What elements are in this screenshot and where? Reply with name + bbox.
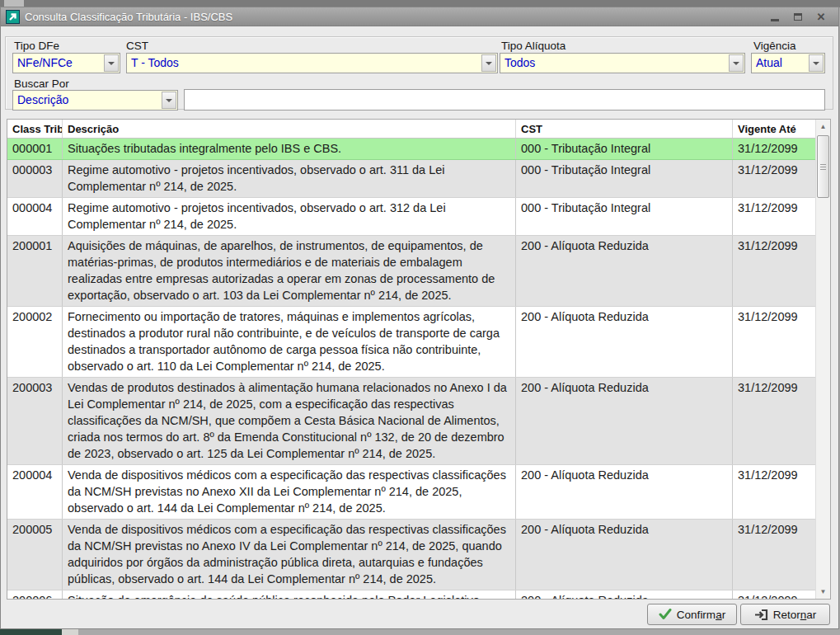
chevron-down-icon <box>733 62 739 65</box>
tipo-aliquota-value: Todos <box>500 54 728 73</box>
vigente-ate-cell: 31/12/2099 <box>733 236 815 306</box>
vigencia-value: Atual <box>752 54 808 73</box>
class-trib-cell: 000004 <box>7 198 63 235</box>
minimize-icon <box>771 19 779 21</box>
close-button[interactable]: ✕ <box>812 7 830 26</box>
tipo-dfe-label: Tipo DFe <box>14 40 59 52</box>
tipo-dfe-dropdown-button[interactable] <box>104 54 119 72</box>
background-top-strip <box>0 0 840 7</box>
cst-cell: 200 - Alíquota Reduzida <box>516 590 733 599</box>
maximize-button[interactable] <box>789 7 807 26</box>
vigencia-label: Vigência <box>753 40 796 52</box>
vigente-ate-cell: 31/12/2099 <box>733 139 815 159</box>
scroll-down-button[interactable]: ▼ <box>816 585 830 599</box>
table-header[interactable]: Class TribDescriçãoCSTVigente Até <box>7 120 815 139</box>
cst-cell: 200 - Alíquota Reduzida <box>516 307 733 377</box>
scrollbar-grip-icon <box>820 164 826 165</box>
results-table[interactable]: Class TribDescriçãoCSTVigente Até 000001… <box>7 119 831 600</box>
retornar-label: Retornar <box>773 609 817 621</box>
search-input[interactable] <box>184 89 825 111</box>
vigente-ate-cell: 31/12/2099 <box>733 198 815 235</box>
cst-cell: 200 - Alíquota Reduzida <box>516 236 733 306</box>
table-row[interactable]: 200004Venda de dispositivos médicos com … <box>7 465 815 520</box>
cst-cell: 000 - Tributação Integral <box>516 160 733 197</box>
tipo-aliquota-dropdown-button[interactable] <box>729 54 744 72</box>
scroll-up-button[interactable]: ▲ <box>816 120 830 134</box>
table-row[interactable]: 200002Fornecimento ou importação de trat… <box>7 307 815 378</box>
column-header-2[interactable]: CST <box>516 120 733 138</box>
class-trib-cell: 200003 <box>7 378 63 464</box>
dialog-window: Consulta Classificação Tributária - IBS/… <box>1 7 838 628</box>
cst-label: CST <box>126 40 148 52</box>
window-title: Consulta Classificação Tributária - IBS/… <box>25 11 232 23</box>
column-header-3[interactable]: Vigente Até <box>733 120 815 138</box>
cst-cell: 200 - Alíquota Reduzida <box>516 465 733 519</box>
buscar-por-value: Descrição <box>13 91 161 110</box>
tipo-dfe-value: NFe/NFCe <box>13 54 103 73</box>
title-bar[interactable]: Consulta Classificação Tributária - IBS/… <box>1 7 838 26</box>
class-trib-cell: 200004 <box>7 465 63 519</box>
confirmar-button[interactable]: Confirmar <box>647 604 737 625</box>
cst-cell: 200 - Alíquota Reduzida <box>516 520 733 590</box>
chevron-down-icon <box>813 62 819 65</box>
background-bottom-light-block <box>62 629 78 635</box>
table-row[interactable]: 000001Situações tributadas integralmente… <box>7 139 815 160</box>
class-trib-cell: 200005 <box>7 520 63 590</box>
close-icon: ✕ <box>817 12 826 22</box>
descricao-cell: Venda de dispositivos médicos com a espe… <box>63 520 516 590</box>
class-trib-cell: 200006 <box>7 590 63 599</box>
chevron-down-icon <box>108 62 115 65</box>
descricao-cell: Venda de dispositivos médicos com a espe… <box>63 465 516 519</box>
vigencia-combobox[interactable]: Atual <box>751 53 825 73</box>
descricao-cell: Regime automotivo - projetos incentivado… <box>63 198 516 235</box>
table-row[interactable]: 200003Vendas de produtos destinados à al… <box>7 378 815 465</box>
app-logo-icon <box>6 10 20 24</box>
descricao-cell: Situação de emergência de saúde pública … <box>63 590 516 599</box>
vigente-ate-cell: 31/12/2099 <box>733 378 815 464</box>
column-header-1[interactable]: Descrição <box>63 120 516 138</box>
descricao-cell: Vendas de produtos destinados à alimenta… <box>63 378 516 464</box>
cst-value: T - Todos <box>127 54 481 73</box>
cst-combobox[interactable]: T - Todos <box>126 53 498 73</box>
table-row[interactable]: 000003Regime automotivo - projetos incen… <box>7 160 815 198</box>
cst-dropdown-button[interactable] <box>481 54 496 72</box>
chevron-down-icon <box>486 62 492 65</box>
cst-cell: 000 - Tributação Integral <box>516 139 733 159</box>
confirmar-label: Confirmar <box>677 609 725 621</box>
table-row[interactable]: 200001Aquisições de máquinas, de aparelh… <box>7 236 815 307</box>
table-body: 000001Situações tributadas integralmente… <box>7 139 815 599</box>
buscar-por-dropdown-button[interactable] <box>162 92 176 109</box>
background-bottom-dark-block <box>0 629 62 635</box>
tipo-aliquota-label: Tipo Alíquota <box>501 40 565 52</box>
class-trib-cell: 200002 <box>7 307 63 377</box>
tipo-dfe-combobox[interactable]: NFe/NFCe <box>12 53 120 73</box>
class-trib-cell: 000001 <box>7 139 63 159</box>
table-row[interactable]: 000004Regime automotivo - projetos incen… <box>7 198 815 236</box>
buscar-por-combobox[interactable]: Descrição <box>12 90 178 111</box>
vigente-ate-cell: 31/12/2099 <box>733 160 815 197</box>
background-top-tab <box>4 0 24 7</box>
vigente-ate-cell: 31/12/2099 <box>733 307 815 377</box>
table-row[interactable]: 200005Venda de dispositivos médicos com … <box>7 520 815 590</box>
cst-cell: 000 - Tributação Integral <box>516 198 733 235</box>
filter-panel: Tipo DFe CST Tipo Alíquota Vigência NFe/… <box>5 36 833 110</box>
cst-cell: 200 - Alíquota Reduzida <box>516 378 733 464</box>
check-icon <box>659 609 672 620</box>
vigente-ate-cell: 31/12/2099 <box>733 465 815 519</box>
vigente-ate-cell: 31/12/2099 <box>733 590 815 599</box>
descricao-cell: Aquisições de máquinas, de aparelhos, de… <box>63 236 516 306</box>
retornar-button[interactable]: Retornar <box>740 604 830 625</box>
maximize-icon <box>794 13 802 21</box>
tipo-aliquota-combobox[interactable]: Todos <box>500 53 745 73</box>
exit-arrow-icon <box>754 609 768 621</box>
vigente-ate-cell: 31/12/2099 <box>733 520 815 590</box>
vertical-scrollbar[interactable]: ▲ ▼ <box>815 120 830 599</box>
class-trib-cell: 000003 <box>7 160 63 197</box>
table-row[interactable]: 200006Situação de emergência de saúde pú… <box>7 590 815 599</box>
class-trib-cell: 200001 <box>7 236 63 306</box>
scrollbar-thumb[interactable] <box>817 135 829 198</box>
column-header-0[interactable]: Class Trib <box>7 120 63 138</box>
vigencia-dropdown-button[interactable] <box>809 54 824 72</box>
minimize-button[interactable] <box>766 7 784 26</box>
chevron-down-icon <box>166 99 172 102</box>
